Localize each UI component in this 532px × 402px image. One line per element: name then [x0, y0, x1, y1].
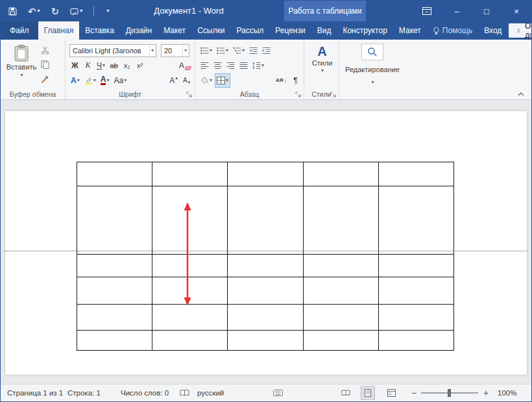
format-painter-icon[interactable]	[41, 75, 49, 83]
table-cell[interactable]	[228, 255, 303, 277]
table-row[interactable]	[77, 277, 454, 305]
web-layout-button[interactable]	[385, 387, 398, 399]
table-row[interactable]	[77, 305, 454, 331]
styles-button[interactable]: А Стили ▾	[308, 42, 336, 73]
text-effects-button[interactable]: А▾	[69, 74, 81, 87]
bullets-button[interactable]: ▾	[199, 44, 213, 57]
tab-insert[interactable]: Вставка	[79, 21, 120, 40]
table-cell[interactable]	[228, 277, 303, 305]
table-cell[interactable]	[77, 255, 152, 277]
table-cell[interactable]	[152, 331, 228, 351]
table-row[interactable]	[77, 162, 454, 186]
grow-font-button[interactable]: А▴	[168, 74, 179, 87]
clear-formatting-button[interactable]: А	[178, 59, 192, 72]
font-color-button[interactable]: А▾	[99, 74, 111, 87]
table-cell[interactable]	[228, 186, 303, 255]
word-count[interactable]: Число слов: 0	[121, 389, 169, 397]
save-icon[interactable]	[8, 7, 17, 16]
close-button[interactable]: ×	[502, 1, 531, 21]
minimize-button[interactable]: –	[442, 1, 472, 21]
table-cell[interactable]	[77, 277, 152, 305]
zoom-in-button[interactable]: +	[483, 388, 489, 398]
editing-dropdown[interactable]: ▾	[343, 75, 402, 86]
font-name-combobox[interactable]: Calibri Light (Заголов ▾	[69, 44, 156, 57]
table-cell[interactable]	[303, 277, 378, 305]
table-cell[interactable]	[378, 331, 453, 351]
multilevel-list-button[interactable]: ▾	[232, 44, 246, 57]
bold-button[interactable]: Ж	[69, 59, 80, 72]
table-cell[interactable]	[303, 305, 378, 331]
table-cell[interactable]	[77, 305, 152, 331]
tab-design[interactable]: Дизайн	[120, 21, 158, 40]
editing-button[interactable]: Редактирование	[343, 66, 402, 73]
keyboard-icon[interactable]	[273, 390, 283, 396]
tab-table-layout[interactable]: Макет	[393, 21, 427, 40]
underline-button[interactable]: Ч▾	[95, 59, 106, 72]
redo-icon[interactable]: ↻	[51, 6, 60, 16]
chevron-down-icon[interactable]: ▾	[182, 45, 188, 57]
read-mode-button[interactable]	[339, 388, 353, 399]
table-cell[interactable]	[303, 186, 378, 255]
undo-icon[interactable]: ↶▾	[28, 6, 40, 16]
table-cell[interactable]	[228, 305, 303, 331]
table-cell[interactable]	[77, 331, 152, 351]
touch-mouse-mode-icon[interactable]: ▾	[70, 7, 82, 16]
proofing-book-icon[interactable]	[180, 390, 189, 397]
table-cell[interactable]	[303, 331, 378, 351]
tab-file[interactable]: Файл	[1, 21, 38, 40]
numbering-button[interactable]: ▾	[215, 44, 230, 57]
zoom-out-button[interactable]: −	[411, 388, 417, 398]
language-status[interactable]: русский	[197, 389, 224, 397]
line-spacing-button[interactable]: ▾	[251, 59, 265, 72]
shrink-font-button[interactable]: А▾	[181, 74, 192, 87]
sign-in-button[interactable]: Вход	[478, 21, 507, 40]
table-cell[interactable]	[378, 305, 453, 331]
table-row[interactable]	[77, 331, 454, 351]
table-cell[interactable]	[378, 186, 453, 255]
page-status[interactable]: Страница 1 из 1	[7, 389, 63, 397]
table-cell[interactable]	[77, 162, 152, 186]
tab-table-design[interactable]: Конструктор	[337, 21, 393, 40]
font-dialog-launcher-icon[interactable]	[186, 92, 193, 98]
table-row[interactable]	[77, 186, 454, 255]
decrease-indent-button[interactable]	[248, 44, 259, 57]
customize-qat-icon[interactable]: ▾	[105, 8, 109, 14]
maximize-button[interactable]: □	[472, 1, 502, 21]
sort-button[interactable]: АЯ ↓	[274, 74, 288, 87]
table-cell[interactable]	[228, 162, 303, 186]
table-cell[interactable]	[378, 277, 453, 305]
subscript-button[interactable]: x₂	[121, 59, 132, 72]
borders-button[interactable]: ▾	[215, 74, 230, 87]
tab-mailings[interactable]: Рассыл	[230, 21, 269, 40]
align-left-button[interactable]	[199, 59, 210, 72]
table-cell[interactable]	[303, 162, 378, 186]
align-right-button[interactable]	[225, 59, 236, 72]
table-cell[interactable]	[152, 162, 228, 186]
table-cell[interactable]	[77, 186, 152, 255]
styles-dialog-launcher-icon[interactable]	[330, 92, 337, 98]
tab-view[interactable]: Вид	[311, 21, 337, 40]
print-layout-button[interactable]	[361, 387, 374, 399]
collapse-ribbon-icon[interactable]	[517, 92, 525, 97]
increase-indent-button[interactable]	[261, 44, 272, 57]
table-cell[interactable]	[228, 331, 303, 351]
zoom-slider[interactable]	[421, 392, 478, 394]
find-button[interactable]	[361, 44, 383, 60]
zoom-slider-track[interactable]	[421, 392, 478, 394]
document-page[interactable]	[5, 111, 527, 375]
show-paragraph-marks-button[interactable]: ¶	[290, 74, 301, 87]
table-cell[interactable]	[378, 162, 453, 186]
table-row[interactable]	[77, 255, 454, 277]
share-button[interactable]: Общий доступ	[509, 23, 532, 38]
document-table[interactable]	[77, 162, 454, 351]
tab-help[interactable]: Помощь	[427, 21, 478, 40]
ribbon-display-options-icon[interactable]	[412, 1, 442, 21]
tab-review[interactable]: Рецензи	[269, 21, 311, 40]
cut-icon[interactable]	[41, 46, 49, 55]
italic-button[interactable]: К	[82, 59, 93, 72]
zoom-level[interactable]: 100%	[498, 389, 516, 397]
tab-references[interactable]: Ссылки	[191, 21, 230, 40]
table-cell[interactable]	[303, 255, 378, 277]
highlight-color-button[interactable]: ▾	[83, 74, 97, 87]
zoom-slider-handle[interactable]	[448, 389, 451, 397]
